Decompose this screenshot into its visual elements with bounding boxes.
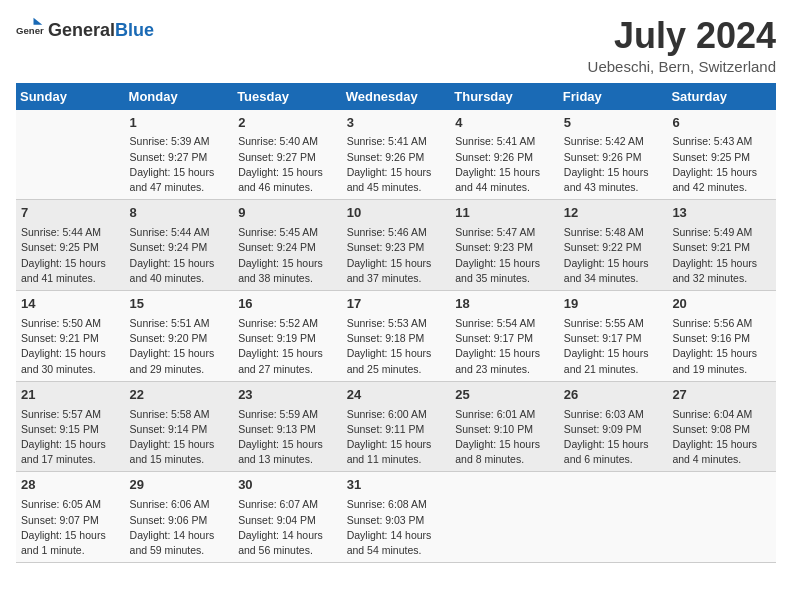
day-info: and 30 minutes. bbox=[21, 362, 120, 377]
calendar-week-row: 14Sunrise: 5:50 AMSunset: 9:21 PMDayligh… bbox=[16, 291, 776, 382]
day-number: 6 bbox=[672, 114, 771, 133]
calendar-cell: 23Sunrise: 5:59 AMSunset: 9:13 PMDayligh… bbox=[233, 381, 342, 472]
month-title: July 2024 bbox=[588, 16, 776, 56]
day-info: Daylight: 15 hours bbox=[130, 346, 229, 361]
day-info: Daylight: 15 hours bbox=[21, 437, 120, 452]
day-info: Daylight: 14 hours bbox=[238, 528, 337, 543]
day-number: 12 bbox=[564, 204, 663, 223]
day-info: Daylight: 15 hours bbox=[347, 437, 446, 452]
day-info: Sunset: 9:26 PM bbox=[347, 150, 446, 165]
day-number: 28 bbox=[21, 476, 120, 495]
calendar-cell: 26Sunrise: 6:03 AMSunset: 9:09 PMDayligh… bbox=[559, 381, 668, 472]
weekday-header: Tuesday bbox=[233, 83, 342, 110]
day-info: and 25 minutes. bbox=[347, 362, 446, 377]
day-info: and 59 minutes. bbox=[130, 543, 229, 558]
calendar-cell: 13Sunrise: 5:49 AMSunset: 9:21 PMDayligh… bbox=[667, 200, 776, 291]
day-info: and 6 minutes. bbox=[564, 452, 663, 467]
day-number: 13 bbox=[672, 204, 771, 223]
day-info: Sunrise: 5:41 AM bbox=[455, 134, 554, 149]
day-info: Sunrise: 5:50 AM bbox=[21, 316, 120, 331]
day-info: and 1 minute. bbox=[21, 543, 120, 558]
day-info: and 54 minutes. bbox=[347, 543, 446, 558]
logo-icon: General bbox=[16, 16, 44, 44]
day-info: Sunrise: 5:58 AM bbox=[130, 407, 229, 422]
day-info: Sunrise: 5:59 AM bbox=[238, 407, 337, 422]
day-info: Sunset: 9:26 PM bbox=[455, 150, 554, 165]
day-info: Sunset: 9:09 PM bbox=[564, 422, 663, 437]
day-info: Daylight: 15 hours bbox=[455, 437, 554, 452]
day-info: Sunset: 9:21 PM bbox=[21, 331, 120, 346]
day-info: Daylight: 15 hours bbox=[564, 437, 663, 452]
calendar-cell: 18Sunrise: 5:54 AMSunset: 9:17 PMDayligh… bbox=[450, 291, 559, 382]
calendar-cell: 4Sunrise: 5:41 AMSunset: 9:26 PMDaylight… bbox=[450, 110, 559, 200]
day-info: and 4 minutes. bbox=[672, 452, 771, 467]
svg-marker-1 bbox=[34, 18, 43, 25]
day-number: 4 bbox=[455, 114, 554, 133]
day-info: Sunset: 9:14 PM bbox=[130, 422, 229, 437]
day-info: Daylight: 15 hours bbox=[238, 437, 337, 452]
calendar-cell: 15Sunrise: 5:51 AMSunset: 9:20 PMDayligh… bbox=[125, 291, 234, 382]
day-info: and 32 minutes. bbox=[672, 271, 771, 286]
day-info: Sunrise: 5:53 AM bbox=[347, 316, 446, 331]
calendar-cell: 25Sunrise: 6:01 AMSunset: 9:10 PMDayligh… bbox=[450, 381, 559, 472]
calendar-cell: 3Sunrise: 5:41 AMSunset: 9:26 PMDaylight… bbox=[342, 110, 451, 200]
day-info: Sunrise: 5:51 AM bbox=[130, 316, 229, 331]
logo: General GeneralBlue bbox=[16, 16, 154, 44]
day-number: 29 bbox=[130, 476, 229, 495]
day-info: Sunrise: 6:03 AM bbox=[564, 407, 663, 422]
day-info: Sunset: 9:17 PM bbox=[564, 331, 663, 346]
day-info: Daylight: 15 hours bbox=[455, 165, 554, 180]
day-info: Sunrise: 5:46 AM bbox=[347, 225, 446, 240]
calendar-cell bbox=[667, 472, 776, 563]
day-info: Sunrise: 5:48 AM bbox=[564, 225, 663, 240]
day-number: 9 bbox=[238, 204, 337, 223]
day-info: and 27 minutes. bbox=[238, 362, 337, 377]
weekday-header: Thursday bbox=[450, 83, 559, 110]
day-info: Daylight: 15 hours bbox=[564, 165, 663, 180]
day-info: and 15 minutes. bbox=[130, 452, 229, 467]
weekday-header: Sunday bbox=[16, 83, 125, 110]
calendar-cell: 8Sunrise: 5:44 AMSunset: 9:24 PMDaylight… bbox=[125, 200, 234, 291]
day-info: Daylight: 15 hours bbox=[672, 437, 771, 452]
day-number: 15 bbox=[130, 295, 229, 314]
day-info: and 47 minutes. bbox=[130, 180, 229, 195]
day-info: Daylight: 15 hours bbox=[672, 346, 771, 361]
day-info: and 42 minutes. bbox=[672, 180, 771, 195]
day-info: Sunset: 9:07 PM bbox=[21, 513, 120, 528]
calendar-cell: 2Sunrise: 5:40 AMSunset: 9:27 PMDaylight… bbox=[233, 110, 342, 200]
day-info: and 17 minutes. bbox=[21, 452, 120, 467]
day-number: 5 bbox=[564, 114, 663, 133]
weekday-header: Friday bbox=[559, 83, 668, 110]
day-info: Sunrise: 5:39 AM bbox=[130, 134, 229, 149]
day-number: 1 bbox=[130, 114, 229, 133]
day-info: Daylight: 15 hours bbox=[347, 165, 446, 180]
calendar-cell: 16Sunrise: 5:52 AMSunset: 9:19 PMDayligh… bbox=[233, 291, 342, 382]
calendar-cell: 20Sunrise: 5:56 AMSunset: 9:16 PMDayligh… bbox=[667, 291, 776, 382]
day-info: Daylight: 14 hours bbox=[130, 528, 229, 543]
weekday-header-row: SundayMondayTuesdayWednesdayThursdayFrid… bbox=[16, 83, 776, 110]
logo-general: General bbox=[48, 20, 115, 40]
day-info: Sunset: 9:22 PM bbox=[564, 240, 663, 255]
day-info: Sunrise: 5:45 AM bbox=[238, 225, 337, 240]
day-number: 11 bbox=[455, 204, 554, 223]
day-info: Sunset: 9:08 PM bbox=[672, 422, 771, 437]
day-info: Daylight: 15 hours bbox=[672, 256, 771, 271]
day-info: and 8 minutes. bbox=[455, 452, 554, 467]
calendar-cell: 17Sunrise: 5:53 AMSunset: 9:18 PMDayligh… bbox=[342, 291, 451, 382]
day-info: and 44 minutes. bbox=[455, 180, 554, 195]
day-info: Sunset: 9:24 PM bbox=[238, 240, 337, 255]
day-info: Sunset: 9:19 PM bbox=[238, 331, 337, 346]
day-info: and 19 minutes. bbox=[672, 362, 771, 377]
day-info: Sunset: 9:10 PM bbox=[455, 422, 554, 437]
day-info: Daylight: 15 hours bbox=[347, 256, 446, 271]
day-info: Daylight: 15 hours bbox=[238, 346, 337, 361]
day-info: Sunset: 9:18 PM bbox=[347, 331, 446, 346]
calendar-week-row: 28Sunrise: 6:05 AMSunset: 9:07 PMDayligh… bbox=[16, 472, 776, 563]
location-title: Uebeschi, Bern, Switzerland bbox=[588, 58, 776, 75]
day-info: Sunset: 9:25 PM bbox=[21, 240, 120, 255]
day-info: Daylight: 15 hours bbox=[238, 165, 337, 180]
calendar-cell: 27Sunrise: 6:04 AMSunset: 9:08 PMDayligh… bbox=[667, 381, 776, 472]
calendar-cell: 12Sunrise: 5:48 AMSunset: 9:22 PMDayligh… bbox=[559, 200, 668, 291]
day-number: 27 bbox=[672, 386, 771, 405]
day-info: Daylight: 15 hours bbox=[21, 256, 120, 271]
